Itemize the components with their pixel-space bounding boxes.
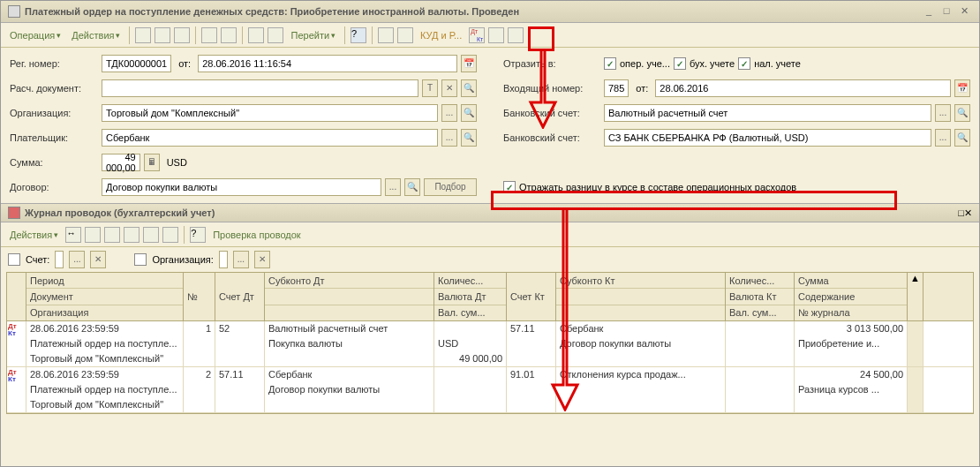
col-acct-dt[interactable]: Счет Дт <box>215 273 264 320</box>
text-icon[interactable]: T <box>422 79 438 97</box>
col-val-dt[interactable]: Валюта Дт <box>434 289 506 305</box>
tool-icon[interactable] <box>268 27 283 43</box>
tool-icon[interactable] <box>124 227 139 243</box>
scroll-up[interactable]: ▲ <box>908 273 923 320</box>
reflect-diff-checkbox[interactable] <box>503 181 516 193</box>
bukh-uchet-checkbox[interactable] <box>674 57 686 70</box>
journal-maximize[interactable]: □ <box>958 207 964 218</box>
tool-icon[interactable] <box>508 27 524 43</box>
filter-acct-input[interactable] <box>55 251 64 268</box>
sum-currency: USD <box>167 157 187 168</box>
search-icon[interactable]: 🔍 <box>461 79 477 97</box>
refresh-icon[interactable]: ↔ <box>65 227 81 243</box>
org-input[interactable]: Торговый дом "Комплексный" <box>102 104 438 122</box>
tool-icon[interactable] <box>85 227 101 243</box>
search-icon[interactable]: 🔍 <box>461 104 477 122</box>
rasch-doc-input[interactable] <box>102 79 418 97</box>
filter-org-checkbox[interactable] <box>134 253 147 266</box>
tool-icon[interactable] <box>104 227 120 243</box>
dtkt-icon[interactable]: ДтКт <box>469 27 485 43</box>
select-icon[interactable]: ... <box>385 178 401 196</box>
select-icon[interactable]: ... <box>69 251 85 268</box>
col-acct-kt[interactable]: Счет Кт <box>507 273 555 320</box>
select-icon[interactable]: ... <box>441 104 457 122</box>
dtkt-nal-icon[interactable] <box>488 27 504 43</box>
tool-icon[interactable] <box>201 27 217 43</box>
maximize-button[interactable]: □ <box>939 4 954 19</box>
journal-close[interactable]: ✕ <box>964 207 972 219</box>
col-sum[interactable]: Сумма <box>795 273 907 289</box>
col-content[interactable]: Содержание <box>795 289 907 305</box>
col-org[interactable]: Организация <box>26 305 183 320</box>
search-icon[interactable]: 🔍 <box>954 104 970 122</box>
podbor-button[interactable]: Подбор <box>424 178 477 196</box>
search-icon[interactable]: 🔍 <box>404 178 420 196</box>
col-subk-dt[interactable]: Субконто Дт <box>265 273 433 289</box>
sum-label: Сумма: <box>10 157 98 168</box>
actions-menu[interactable]: Действия▾ <box>68 28 124 42</box>
calendar-icon[interactable]: 📅 <box>461 55 477 72</box>
vkh-number-input[interactable]: 785 <box>604 79 629 97</box>
search-icon[interactable]: 🔍 <box>954 129 970 147</box>
payer-input[interactable]: Сбербанк <box>102 129 438 147</box>
col-qty-dt[interactable]: Количес... <box>434 273 506 289</box>
help-icon[interactable]: ? <box>351 27 366 43</box>
bank1-input[interactable]: Валютный расчетный счет <box>604 104 931 122</box>
tool-icon[interactable] <box>248 27 264 43</box>
operation-menu[interactable]: Операция▾ <box>6 28 64 42</box>
clear-icon[interactable]: ✕ <box>254 251 270 268</box>
col-period[interactable]: Период <box>26 273 183 289</box>
select-icon[interactable]: ... <box>935 104 951 122</box>
col-num[interactable]: № <box>184 273 215 320</box>
oper-uchet-checkbox[interactable] <box>604 57 616 70</box>
close-button[interactable]: ✕ <box>956 4 972 19</box>
separator <box>195 26 196 44</box>
calendar-icon[interactable]: 📅 <box>954 79 970 97</box>
help-icon[interactable]: ? <box>190 227 206 243</box>
clear-icon[interactable]: ✕ <box>90 251 106 268</box>
minimize-button[interactable]: _ <box>921 4 937 19</box>
tool-icon[interactable] <box>155 27 170 43</box>
dogovor-input[interactable]: Договор покупки валюты <box>102 178 381 196</box>
col-subk-kt[interactable]: Субконто Кт <box>556 273 725 289</box>
oper-uchet-label: опер. уче... <box>620 58 670 69</box>
reg-date-input[interactable]: 28.06.2016 11:16:54 <box>198 55 457 72</box>
calc-icon[interactable]: 🖩 <box>144 154 160 171</box>
check-entries-button[interactable]: Проверка проводок <box>209 228 304 242</box>
tool-icon[interactable] <box>162 227 178 243</box>
filter-org-input[interactable] <box>219 251 228 268</box>
tool-icon[interactable] <box>378 27 394 43</box>
col-qty-kt[interactable]: Количес... <box>726 273 794 289</box>
search-icon[interactable]: 🔍 <box>461 129 477 147</box>
table-row[interactable]: ДтКт 28.06.2016 23:59:59 Платежный ордер… <box>7 321 973 367</box>
dogovor-label: Договор: <box>10 182 98 192</box>
tool-icon[interactable] <box>397 27 413 43</box>
tool-icon[interactable] <box>174 27 190 43</box>
col-valsum-dt[interactable]: Вал. сум... <box>434 305 506 320</box>
col-jnum[interactable]: № журнала <box>795 305 907 320</box>
select-icon[interactable]: ... <box>935 129 951 147</box>
table-row[interactable]: ДтКт 28.06.2016 23:59:59 Платежный ордер… <box>7 367 973 413</box>
tool-icon[interactable] <box>221 27 237 43</box>
separator <box>344 26 345 44</box>
select-icon[interactable]: ... <box>233 251 249 268</box>
nal-uchet-label: нал. учете <box>754 58 801 69</box>
reg-number-input[interactable]: ТДК00000001 <box>102 55 171 72</box>
tool-icon[interactable] <box>135 27 151 43</box>
col-doc[interactable]: Документ <box>26 289 183 305</box>
filter-org-label: Организация: <box>152 254 213 265</box>
clear-icon[interactable]: ✕ <box>441 79 457 97</box>
goto-menu[interactable]: Перейти▾ <box>287 28 339 42</box>
filter-acct-checkbox[interactable] <box>8 253 20 266</box>
journal-actions-menu[interactable]: Действия▾ <box>6 228 62 242</box>
tool-icon[interactable] <box>143 227 159 243</box>
col-valsum-kt[interactable]: Вал. сум... <box>726 305 794 320</box>
bank2-input[interactable]: СЗ БАНК СБЕРБАНКА РФ (Валютный, USD) <box>604 129 931 147</box>
sum-input[interactable]: 49 000,00 <box>102 154 140 171</box>
journal-title: Журнал проводок (бухгалтерский учет) <box>25 207 958 218</box>
vkh-date-input[interactable]: 28.06.2016 <box>655 79 951 97</box>
select-icon[interactable]: ... <box>441 129 457 147</box>
nal-uchet-checkbox[interactable] <box>738 57 750 70</box>
kud-button[interactable]: КУД и Р... <box>417 28 465 42</box>
col-val-kt[interactable]: Валюта Кт <box>726 289 794 305</box>
